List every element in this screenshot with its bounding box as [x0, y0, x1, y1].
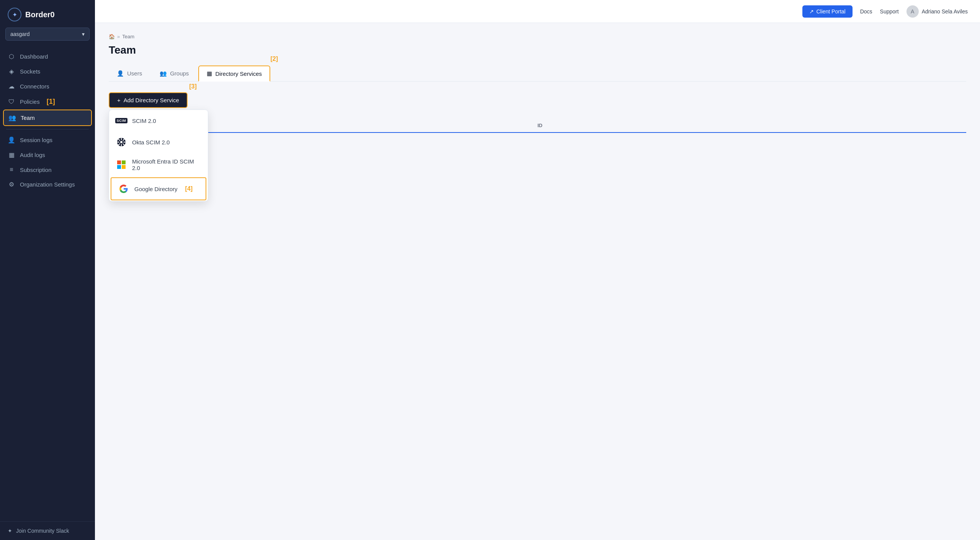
groups-tab-icon: 👥	[160, 70, 167, 77]
tabs: 👤 Users 👥 Groups ▦ Directory Services [2…	[109, 65, 966, 82]
dropdown-item-label: Google Directory	[134, 186, 178, 192]
sidebar-item-audit-logs[interactable]: ▦ Audit logs	[0, 147, 95, 162]
org-name: aasgard	[10, 31, 30, 37]
sidebar-item-policies[interactable]: 🛡 Policies [1]	[0, 94, 95, 110]
user-info: A Adriano Sela Aviles	[906, 5, 968, 18]
docs-link[interactable]: Docs	[860, 8, 872, 15]
support-link[interactable]: Support	[880, 8, 899, 15]
sidebar-item-team[interactable]: 👥 Team	[3, 110, 92, 126]
page-title: Team	[109, 44, 966, 56]
dropdown-menu: SCIM SCIM 2.0	[109, 110, 208, 201]
subscription-icon: ≡	[8, 166, 15, 173]
okta-icon	[116, 137, 127, 147]
add-directory-label: Add Directory Service	[124, 97, 179, 103]
main-area: ↗ Client Portal Docs Support A Adriano S…	[95, 0, 980, 540]
microsoft-icon	[116, 159, 127, 170]
sidebar-item-org-settings[interactable]: ⚙ Organization Settings	[0, 177, 95, 192]
dropdown-item-label: SCIM 2.0	[132, 118, 156, 124]
external-link-icon: ↗	[809, 8, 814, 15]
dropdown-item-google[interactable]: Google Directory [4]	[111, 177, 206, 200]
policies-icon: 🛡	[8, 98, 15, 105]
sidebar-item-label: Sockets	[20, 68, 40, 75]
tab-users[interactable]: 👤 Users	[109, 65, 150, 81]
audit-logs-icon: ▦	[8, 151, 15, 159]
sidebar-item-dashboard[interactable]: ⬡ Dashboard	[0, 49, 95, 64]
org-selector[interactable]: aasgard ▾	[5, 28, 90, 41]
breadcrumb: 🏠 » Team	[109, 34, 966, 39]
sidebar-item-label: Team	[21, 115, 35, 121]
client-portal-button[interactable]: ↗ Client Portal	[802, 5, 852, 18]
tab-groups[interactable]: 👥 Groups	[152, 65, 197, 81]
bracket-4-label: [4]	[185, 185, 193, 192]
session-logs-icon: 👤	[8, 136, 15, 144]
header: ↗ Client Portal Docs Support A Adriano S…	[95, 0, 980, 23]
logo-icon: ✦	[8, 8, 21, 21]
sidebar-item-label: Audit logs	[20, 152, 45, 158]
sidebar-item-label: Organization Settings	[20, 181, 75, 188]
directory-tab-icon: ▦	[207, 70, 212, 77]
nav-divider	[6, 129, 89, 129]
breadcrumb-current: Team	[122, 34, 134, 39]
dropdown-item-label: Microsoft Entra ID SCIM 2.0	[132, 158, 201, 171]
dropdown-item-label: Okta SCIM 2.0	[132, 139, 170, 146]
tab-label: Directory Services	[215, 70, 262, 77]
avatar: A	[906, 5, 919, 18]
tab-label: Users	[127, 70, 142, 77]
table-container: Display Name ID	[109, 119, 966, 133]
chevron-down-icon: ▾	[82, 31, 85, 37]
svg-rect-13	[122, 165, 126, 169]
bracket-3-label: [3]	[189, 83, 197, 90]
svg-rect-11	[122, 160, 126, 164]
sidebar: ✦ Border0 aasgard ▾ ⬡ Dashboard ◈ Socket…	[0, 0, 95, 540]
dropdown-item-scim[interactable]: SCIM SCIM 2.0	[109, 110, 208, 131]
sidebar-item-connectors[interactable]: ☁ Connectors	[0, 79, 95, 94]
sidebar-item-sockets[interactable]: ◈ Sockets	[0, 64, 95, 79]
google-icon	[118, 183, 129, 194]
user-name: Adriano Sela Aviles	[922, 8, 968, 15]
connectors-icon: ☁	[8, 83, 15, 90]
sidebar-item-label: Policies	[20, 98, 40, 105]
sidebar-bottom-slack[interactable]: ✦ Join Community Slack	[0, 521, 95, 540]
svg-rect-12	[117, 165, 121, 169]
org-settings-icon: ⚙	[8, 181, 15, 188]
breadcrumb-home[interactable]: 🏠	[109, 34, 115, 39]
page-content: 🏠 » Team Team 👤 Users 👥 Groups ▦ Directo…	[95, 23, 980, 540]
dropdown-item-okta[interactable]: Okta SCIM 2.0	[109, 131, 208, 153]
scim-icon: SCIM	[116, 115, 127, 126]
breadcrumb-separator: »	[117, 34, 120, 39]
bracket-2-label: [2]	[271, 56, 278, 62]
plus-icon: +	[117, 97, 121, 103]
slack-label: Join Community Slack	[16, 528, 69, 534]
sidebar-item-subscription[interactable]: ≡ Subscription	[0, 162, 95, 177]
sidebar-item-label: Subscription	[20, 167, 52, 173]
svg-point-1	[120, 141, 122, 143]
sidebar-item-label: Connectors	[20, 83, 49, 90]
sidebar-item-label: Dashboard	[20, 53, 48, 60]
sidebar-item-label: Session logs	[20, 137, 52, 143]
tab-label: Groups	[170, 70, 189, 77]
sockets-icon: ◈	[8, 68, 15, 75]
users-tab-icon: 👤	[117, 70, 124, 77]
tab-directory-services[interactable]: ▦ Directory Services [2]	[198, 65, 270, 82]
sidebar-item-session-logs[interactable]: 👤 Session logs	[0, 133, 95, 147]
column-header-id: ID	[537, 123, 960, 128]
slack-icon: ✦	[8, 528, 12, 534]
dashboard-icon: ⬡	[8, 53, 15, 60]
table-header: Display Name ID	[109, 119, 966, 133]
logo-text: Border0	[25, 10, 55, 19]
dropdown-item-microsoft[interactable]: Microsoft Entra ID SCIM 2.0	[109, 153, 208, 177]
svg-rect-10	[117, 160, 121, 164]
add-directory-button[interactable]: + Add Directory Service	[109, 92, 188, 108]
team-icon: 👥	[8, 114, 16, 121]
nav-section: ⬡ Dashboard ◈ Sockets ☁ Connectors 🛡 Pol…	[0, 47, 95, 521]
sidebar-logo: ✦ Border0	[0, 0, 95, 28]
client-portal-label: Client Portal	[816, 8, 845, 15]
bracket-1-label: [1]	[47, 98, 55, 106]
